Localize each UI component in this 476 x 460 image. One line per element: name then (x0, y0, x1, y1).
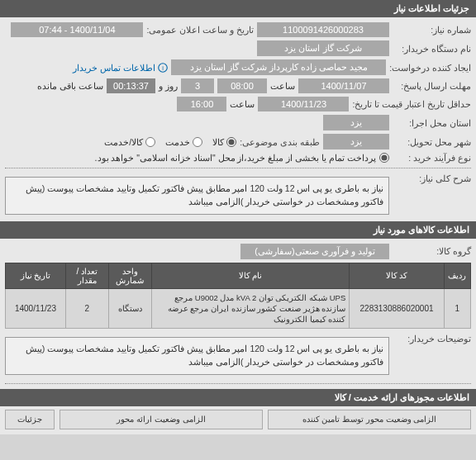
radio-both-input[interactable] (145, 137, 155, 147)
goods-group-label: گروه کالا: (393, 246, 471, 256)
need-number-label: شماره نیاز: (393, 25, 471, 35)
summary-box: نیاز به باطری یو پی اس 12 ولت 120 امپر م… (5, 177, 389, 215)
table-row[interactable]: 1 2283130886020001 UPS شبکه الکتریکی توا… (6, 288, 471, 329)
send-time-value: 08:00 (217, 78, 267, 93)
creator-value: مجید حماصی زاده کارپرداز شرکت گاز استان … (171, 59, 386, 75)
credit-date-value: 1400/11/23 (258, 97, 349, 111)
info-icon: i (158, 63, 168, 73)
contact-link[interactable]: i اطلاعات تماس خریدار (73, 63, 168, 73)
radio-service-input[interactable] (193, 137, 202, 147)
cell-unit: دستگاه (108, 288, 151, 329)
radio-service[interactable]: خدمت (165, 137, 202, 147)
auth-box-2: الزامی وضعیت ارائه محور (60, 410, 263, 429)
details-link[interactable]: جزئیات (5, 410, 55, 429)
send-deadline-label: مهلت ارسال پاسخ: (393, 81, 471, 91)
creator-label: ایجاد کننده درخواست: (389, 63, 471, 73)
cell-idx: 1 (444, 288, 470, 329)
buyer-notes-box: نیاز به باطری یو پی اس 12 ولت 120 امپر م… (5, 337, 389, 375)
category-label: طبقه بندی موضوعی: (240, 137, 320, 147)
days-value: 3 (181, 78, 214, 93)
goods-table: ردیف کد کالا نام کالا واحد شمارش تعداد /… (5, 263, 471, 330)
buyer-name-value: شرکت گاز استان یزد (257, 40, 389, 56)
svg-text:i: i (162, 64, 164, 72)
cell-date: 1400/11/23 (6, 288, 66, 329)
th-date: تاریخ نیاز (6, 263, 66, 288)
permits-header: اطلاعات مجوزهای ارائه خدمت / کالا (0, 389, 476, 406)
contact-link-text: اطلاعات تماس خریدار (73, 63, 155, 73)
th-name: نام کالا (151, 263, 349, 288)
need-number-value: 1100091426000283 (257, 22, 389, 37)
time-label-2: ساعت (230, 99, 255, 110)
summary-label: شرح کلی نیاز: (393, 173, 471, 183)
buyer-notes-label: توضیحات خریدار: (393, 334, 471, 344)
auth-box-1: الزامی وضعیت محور توسط تامین کننده (268, 410, 471, 429)
radio-goods[interactable]: کالا (212, 137, 236, 147)
goods-group-value: تولید و فرآوری صنعتی(سفارشی) (240, 244, 389, 259)
divider-1 (5, 168, 471, 168)
countdown-value: 00:13:37 (107, 78, 155, 93)
divider-2 (5, 383, 471, 384)
days-label: روز و (159, 81, 178, 92)
goods-header: اطلاعات کالاهای مورد نیاز (0, 221, 476, 239)
public-date-value: 1400/11/04 - 07:44 (11, 22, 143, 37)
main-header: جزئیات اطلاعات نیاز (0, 0, 476, 17)
radio-both[interactable]: کالا/خدمت (104, 137, 155, 147)
exec-province-label: استان محل اجرا: (393, 118, 471, 128)
exec-province-value: یزد (323, 115, 389, 130)
delivery-city-value: یزد (323, 134, 389, 149)
contract-text: پرداخت تمام یا بخشی از مبلغ خرید،از محل … (95, 153, 376, 163)
category-radio-group: کالا خدمت کالا/خدمت (104, 137, 236, 147)
credit-time-value: 16:00 (177, 97, 226, 111)
countdown-label: ساعت باقی مانده (37, 81, 103, 92)
th-unit: واحد شمارش (108, 263, 151, 288)
th-row: ردیف (444, 263, 470, 288)
th-code: کد کالا (350, 263, 444, 288)
public-date-label: تاریخ و ساعت اعلان عمومی: (146, 25, 254, 35)
buyer-name-label: نام دستگاه خریدار: (393, 44, 471, 54)
credit-expire-label: حداقل تاریخ اعتبار قیمت تا تاریخ: (352, 99, 471, 109)
delivery-city-label: شهر محل تحویل: (393, 137, 471, 147)
cell-name: UPS شبکه الکتریکی توان kVA 2 مدل U9002 م… (151, 288, 349, 329)
time-label-1: ساعت (270, 81, 295, 92)
th-qty: تعداد / مقدار (65, 263, 108, 288)
contract-radio[interactable] (379, 153, 389, 163)
contract-type-label: نوع فرآیند خرید : (393, 153, 471, 163)
cell-qty: 2 (65, 288, 108, 329)
send-date-value: 1400/11/07 (298, 78, 389, 93)
radio-goods-input[interactable] (226, 137, 236, 147)
cell-code: 2283130886020001 (350, 288, 444, 329)
